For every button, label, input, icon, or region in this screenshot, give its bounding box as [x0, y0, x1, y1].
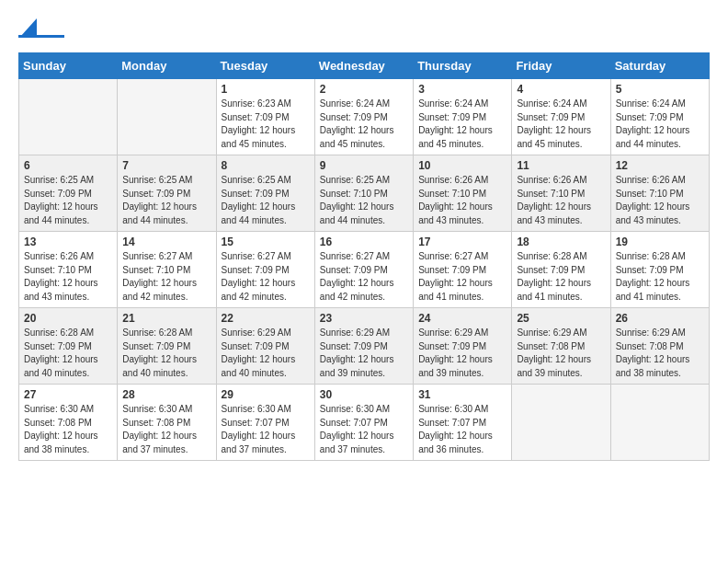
- calendar-header-row: SundayMondayTuesdayWednesdayThursdayFrid…: [19, 53, 710, 79]
- day-info: Sunrise: 6:30 AMSunset: 7:07 PMDaylight:…: [222, 403, 310, 456]
- calendar-day-cell: 16Sunrise: 6:27 AMSunset: 7:09 PMDayligh…: [314, 232, 413, 308]
- weekday-header-thursday: Thursday: [414, 53, 512, 79]
- day-info: Sunrise: 6:24 AMSunset: 7:09 PMDaylight:…: [616, 98, 704, 151]
- day-info: Sunrise: 6:28 AMSunset: 7:09 PMDaylight:…: [517, 250, 605, 304]
- day-number: 29: [222, 388, 310, 401]
- calendar-day-cell: 10Sunrise: 6:26 AMSunset: 7:10 PMDayligh…: [414, 155, 512, 232]
- calendar-day-cell: [19, 79, 118, 155]
- day-info: Sunrise: 6:29 AMSunset: 7:08 PMDaylight:…: [517, 327, 605, 380]
- calendar-table: SundayMondayTuesdayWednesdayThursdayFrid…: [18, 52, 710, 461]
- day-info: Sunrise: 6:29 AMSunset: 7:09 PMDaylight:…: [222, 327, 310, 380]
- calendar-day-cell: 3Sunrise: 6:24 AMSunset: 7:09 PMDaylight…: [414, 79, 512, 155]
- day-info: Sunrise: 6:29 AMSunset: 7:09 PMDaylight:…: [320, 327, 408, 380]
- calendar-day-cell: 7Sunrise: 6:25 AMSunset: 7:09 PMDaylight…: [118, 155, 216, 232]
- calendar-day-cell: 1Sunrise: 6:23 AMSunset: 7:09 PMDaylight…: [216, 79, 314, 155]
- svg-marker-0: [20, 18, 37, 37]
- weekday-header-sunday: Sunday: [19, 53, 118, 79]
- calendar-day-cell: 22Sunrise: 6:29 AMSunset: 7:09 PMDayligh…: [216, 308, 314, 385]
- day-info: Sunrise: 6:24 AMSunset: 7:09 PMDaylight:…: [320, 98, 408, 151]
- day-number: 9: [320, 159, 408, 172]
- calendar-day-cell: 2Sunrise: 6:24 AMSunset: 7:09 PMDaylight…: [314, 79, 413, 155]
- calendar-day-cell: 26Sunrise: 6:29 AMSunset: 7:08 PMDayligh…: [610, 308, 709, 385]
- day-number: 25: [517, 312, 605, 325]
- day-number: 16: [320, 236, 408, 248]
- calendar-day-cell: [118, 79, 216, 155]
- day-number: 28: [122, 388, 210, 401]
- day-info: Sunrise: 6:25 AMSunset: 7:09 PMDaylight:…: [222, 174, 310, 227]
- day-number: 14: [122, 236, 210, 248]
- day-number: 5: [616, 83, 704, 96]
- calendar-week-row: 1Sunrise: 6:23 AMSunset: 7:09 PMDaylight…: [19, 79, 710, 155]
- day-info: Sunrise: 6:26 AMSunset: 7:10 PMDaylight:…: [24, 250, 112, 304]
- day-number: 2: [320, 83, 408, 96]
- day-info: Sunrise: 6:29 AMSunset: 7:08 PMDaylight:…: [616, 327, 704, 380]
- calendar-day-cell: 24Sunrise: 6:29 AMSunset: 7:09 PMDayligh…: [414, 308, 512, 385]
- day-number: 12: [616, 159, 704, 172]
- calendar-day-cell: [610, 385, 709, 461]
- calendar-day-cell: 9Sunrise: 6:25 AMSunset: 7:10 PMDaylight…: [314, 155, 413, 232]
- day-info: Sunrise: 6:28 AMSunset: 7:09 PMDaylight:…: [24, 327, 112, 380]
- day-number: 13: [24, 236, 112, 248]
- day-number: 27: [24, 388, 112, 401]
- day-number: 24: [418, 312, 506, 325]
- day-info: Sunrise: 6:23 AMSunset: 7:09 PMDaylight:…: [222, 98, 310, 151]
- calendar-day-cell: 11Sunrise: 6:26 AMSunset: 7:10 PMDayligh…: [512, 155, 610, 232]
- day-info: Sunrise: 6:30 AMSunset: 7:07 PMDaylight:…: [320, 403, 408, 456]
- calendar-day-cell: 15Sunrise: 6:27 AMSunset: 7:09 PMDayligh…: [216, 232, 314, 308]
- weekday-header-wednesday: Wednesday: [314, 53, 413, 79]
- page-header: [18, 18, 710, 38]
- calendar-day-cell: 30Sunrise: 6:30 AMSunset: 7:07 PMDayligh…: [314, 385, 413, 461]
- day-number: 10: [418, 159, 506, 172]
- day-number: 8: [222, 159, 310, 172]
- day-info: Sunrise: 6:27 AMSunset: 7:10 PMDaylight:…: [122, 250, 210, 304]
- day-info: Sunrise: 6:30 AMSunset: 7:08 PMDaylight:…: [122, 403, 210, 456]
- day-number: 23: [320, 312, 408, 325]
- calendar-day-cell: 8Sunrise: 6:25 AMSunset: 7:09 PMDaylight…: [216, 155, 314, 232]
- weekday-header-monday: Monday: [118, 53, 216, 79]
- calendar-day-cell: 13Sunrise: 6:26 AMSunset: 7:10 PMDayligh…: [19, 232, 118, 308]
- calendar-day-cell: 25Sunrise: 6:29 AMSunset: 7:08 PMDayligh…: [512, 308, 610, 385]
- day-info: Sunrise: 6:28 AMSunset: 7:09 PMDaylight:…: [122, 327, 210, 380]
- calendar-day-cell: 29Sunrise: 6:30 AMSunset: 7:07 PMDayligh…: [216, 385, 314, 461]
- day-number: 19: [616, 236, 704, 248]
- day-number: 3: [418, 83, 506, 96]
- logo: [18, 18, 66, 38]
- calendar-day-cell: 28Sunrise: 6:30 AMSunset: 7:08 PMDayligh…: [118, 385, 216, 461]
- weekday-header-saturday: Saturday: [610, 53, 709, 79]
- day-number: 17: [418, 236, 506, 248]
- day-info: Sunrise: 6:24 AMSunset: 7:09 PMDaylight:…: [517, 98, 605, 151]
- day-number: 1: [222, 83, 310, 96]
- calendar-week-row: 13Sunrise: 6:26 AMSunset: 7:10 PMDayligh…: [19, 232, 710, 308]
- day-info: Sunrise: 6:29 AMSunset: 7:09 PMDaylight:…: [418, 327, 506, 380]
- calendar-week-row: 20Sunrise: 6:28 AMSunset: 7:09 PMDayligh…: [19, 308, 710, 385]
- day-info: Sunrise: 6:30 AMSunset: 7:07 PMDaylight:…: [418, 403, 506, 456]
- day-info: Sunrise: 6:27 AMSunset: 7:09 PMDaylight:…: [418, 250, 506, 304]
- weekday-header-tuesday: Tuesday: [216, 53, 314, 79]
- calendar-week-row: 6Sunrise: 6:25 AMSunset: 7:09 PMDaylight…: [19, 155, 710, 232]
- calendar-week-row: 27Sunrise: 6:30 AMSunset: 7:08 PMDayligh…: [19, 385, 710, 461]
- day-info: Sunrise: 6:25 AMSunset: 7:09 PMDaylight:…: [122, 174, 210, 227]
- day-info: Sunrise: 6:25 AMSunset: 7:10 PMDaylight:…: [320, 174, 408, 227]
- calendar-day-cell: 21Sunrise: 6:28 AMSunset: 7:09 PMDayligh…: [118, 308, 216, 385]
- day-info: Sunrise: 6:25 AMSunset: 7:09 PMDaylight:…: [24, 174, 112, 227]
- logo-triangle-icon: [20, 18, 37, 37]
- day-number: 31: [418, 388, 506, 401]
- day-number: 11: [517, 159, 605, 172]
- day-info: Sunrise: 6:30 AMSunset: 7:08 PMDaylight:…: [24, 403, 112, 456]
- calendar-day-cell: 31Sunrise: 6:30 AMSunset: 7:07 PMDayligh…: [414, 385, 512, 461]
- day-number: 15: [222, 236, 310, 248]
- calendar-day-cell: 17Sunrise: 6:27 AMSunset: 7:09 PMDayligh…: [414, 232, 512, 308]
- day-number: 18: [517, 236, 605, 248]
- calendar-day-cell: 19Sunrise: 6:28 AMSunset: 7:09 PMDayligh…: [610, 232, 709, 308]
- day-info: Sunrise: 6:28 AMSunset: 7:09 PMDaylight:…: [616, 250, 704, 304]
- calendar-day-cell: 27Sunrise: 6:30 AMSunset: 7:08 PMDayligh…: [19, 385, 118, 461]
- calendar-day-cell: 5Sunrise: 6:24 AMSunset: 7:09 PMDaylight…: [610, 79, 709, 155]
- day-number: 4: [517, 83, 605, 96]
- calendar-day-cell: 6Sunrise: 6:25 AMSunset: 7:09 PMDaylight…: [19, 155, 118, 232]
- day-info: Sunrise: 6:27 AMSunset: 7:09 PMDaylight:…: [320, 250, 408, 304]
- day-info: Sunrise: 6:27 AMSunset: 7:09 PMDaylight:…: [222, 250, 310, 304]
- day-number: 21: [122, 312, 210, 325]
- day-number: 30: [320, 388, 408, 401]
- calendar-day-cell: 14Sunrise: 6:27 AMSunset: 7:10 PMDayligh…: [118, 232, 216, 308]
- day-info: Sunrise: 6:26 AMSunset: 7:10 PMDaylight:…: [418, 174, 506, 227]
